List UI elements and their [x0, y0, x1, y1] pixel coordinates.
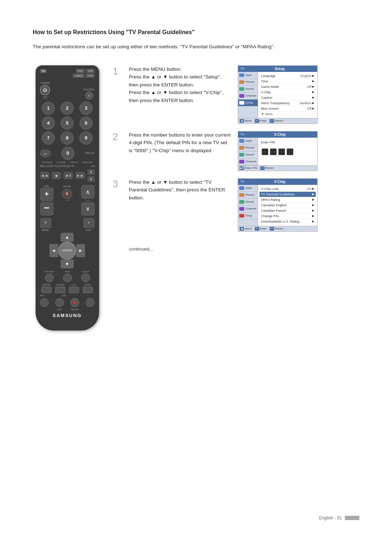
num-6-button[interactable]: 6 — [79, 117, 93, 130]
setup-menu-content: Language : English ▶ Time ▶ — [258, 72, 317, 118]
stb-button[interactable]: STB — [86, 69, 95, 73]
menu-blue-screen: Blue Screen : Off ▶ — [260, 106, 316, 112]
setup-screen-title: Setup — [275, 67, 285, 71]
num-1-button[interactable]: 1 — [42, 102, 55, 115]
cable-button[interactable]: CABLE — [73, 74, 85, 78]
dpad-down-button[interactable]: ▼ — [61, 260, 74, 268]
exit-button[interactable]: ✕ — [83, 218, 95, 228]
rew-button[interactable]: ◄◄ — [40, 172, 49, 179]
steps-area: 1 Press the MENU button. Press the ▲ or … — [113, 65, 359, 252]
record-button[interactable] — [70, 298, 79, 307]
setup-screen-body: Input Picture Sound — [238, 72, 317, 118]
mute-dots — [65, 200, 69, 201]
caption-info-sleep-row: CAPTION INFO SLEEP — [40, 271, 95, 282]
ch-down-button[interactable]: ∨ — [81, 202, 95, 216]
num-7-button[interactable]: 7 — [42, 131, 55, 145]
mts-button[interactable] — [40, 298, 49, 307]
num-9-button[interactable]: 9 — [79, 131, 93, 145]
vm-setup-label: Setup — [245, 214, 252, 217]
num-3-button[interactable]: 3 — [79, 102, 93, 115]
dpad-right-button[interactable]: ► — [76, 244, 85, 257]
return-pin-label: Return — [265, 166, 274, 170]
dash-button[interactable]: – — [40, 149, 51, 157]
vchip-sidebar-channel: Channel — [238, 158, 258, 165]
vchip-menu-channel: Channel — [238, 206, 258, 212]
num-8-button[interactable]: 8 — [61, 131, 74, 145]
pin-dots-area — [260, 146, 316, 158]
chmgr-label: CH.MGR — [57, 161, 65, 163]
tv-mode-button[interactable]: TV — [40, 69, 47, 73]
return-btn-indicator: ↩ Return — [270, 119, 283, 123]
info-button[interactable] — [63, 273, 72, 282]
move-label: Move — [245, 119, 252, 122]
vchip-menu-content: V-Chip Lock : On ▶ TV Parental Guideline… — [258, 185, 317, 226]
dpad-left-button[interactable]: ◄ — [49, 244, 58, 257]
ff-button[interactable]: ►► — [75, 172, 85, 179]
sidebar-picture: Picture — [238, 79, 258, 86]
vchip-menu-input: Input — [238, 185, 258, 192]
step-3-screen: TV V-Chip Input — [238, 178, 318, 232]
vchip-pin-sidebar: Input Picture Sound — [238, 138, 258, 165]
vchip-menu-tv-label: TV — [240, 180, 245, 184]
ch-down-small-button[interactable]: ∨ — [87, 176, 95, 182]
pre-ch-row: – 0 PRE-CH — [40, 147, 95, 160]
sleep-button[interactable] — [81, 273, 90, 282]
menu-vchip: V-Chip ▶ — [260, 90, 316, 95]
power-button[interactable]: ⏻ — [40, 85, 50, 95]
vcr-button[interactable]: VCR — [86, 74, 95, 78]
num-2-button[interactable]: 2 — [61, 102, 74, 115]
step-2: 2 Press the number buttons to enter your… — [113, 131, 359, 171]
dpad-up-button[interactable]: ▲ — [61, 233, 74, 242]
num-5-button[interactable]: 5 — [61, 117, 74, 130]
caption-button[interactable] — [45, 273, 54, 282]
dpad-enter-button[interactable]: ENTER — [58, 242, 76, 260]
setup-screen-header: TV Setup — [238, 66, 317, 72]
source-button[interactable]: ⊙ — [85, 92, 93, 100]
pmode-label: P.MODE — [42, 284, 51, 286]
setup-tv-label: TV — [240, 67, 245, 71]
play-pause-button[interactable]: ►II — [64, 172, 73, 179]
mute-button[interactable]: 🔇 — [62, 189, 72, 199]
num-0-button[interactable]: 0 — [61, 147, 74, 160]
antenna-row: ANTENNA CH.MGR FAV.CH WISELINK — [40, 161, 95, 163]
menu-transparency: Menu Transparency : Medium ▶ — [260, 101, 316, 106]
enter-pin-label: Enter PIN — [260, 139, 316, 146]
remote-control: TV DVD STB CABLE VCR — [33, 65, 102, 331]
step-3-number: 3 — [113, 179, 122, 189]
vm-sound-label: Sound — [245, 200, 254, 203]
num-4-button[interactable]: 4 — [42, 117, 55, 130]
ch-up-small-button[interactable]: ∧ — [87, 169, 95, 175]
vm-input-label: Input — [245, 186, 252, 190]
pre-ch-label: PRE-CH — [85, 152, 95, 154]
stop-button[interactable]: ■ — [52, 172, 61, 179]
favch-label: FAV.CH — [70, 161, 78, 163]
enter-pin-btn-indicator: ◆✗ Enter PIN — [240, 166, 257, 170]
psize-button[interactable] — [83, 287, 93, 293]
enter-pin-icon: ◆✗ — [240, 166, 244, 170]
menu-text-label: MENU — [42, 229, 49, 231]
vchip-move-btn: ◆ Move — [240, 227, 252, 231]
cdn-french-arrow: ▶ — [312, 209, 314, 212]
menu-game-mode: Game Mode : Off ▶ — [260, 84, 316, 90]
srs-button[interactable] — [55, 298, 64, 307]
extra-button-1[interactable] — [86, 298, 94, 307]
ch-up-button[interactable]: ∧ — [81, 185, 95, 199]
remote-body: TV DVD STB CABLE VCR — [36, 65, 99, 331]
smode-button[interactable] — [55, 287, 65, 293]
vchip-lock-label: V-Chip Lock — [261, 187, 279, 191]
vchip-menu-picture: Picture — [238, 192, 258, 199]
power-text-label: POWER — [40, 82, 50, 84]
vol-ch-row: VOL + MUTE 🔇 ∧ — [40, 184, 95, 202]
still-button[interactable] — [69, 287, 79, 293]
vol-up-button[interactable]: + — [40, 187, 54, 201]
menu-vchip-lock: V-Chip Lock : On ▶ — [260, 186, 316, 192]
enter-btn-indicator: ↵ Enter — [255, 119, 267, 123]
menu-button[interactable]: ☰ — [40, 218, 52, 228]
power-dot-grid — [44, 96, 47, 99]
dvd-button[interactable]: DVD — [76, 69, 85, 73]
vol-down-button[interactable]: − — [40, 202, 54, 216]
footer-text: English - 91 — [319, 515, 342, 520]
pmode-button[interactable] — [41, 287, 52, 293]
dvd-stb-row: DVD STB — [76, 69, 94, 73]
menu-mpaa: MPAA Rating ▶ — [260, 197, 316, 203]
